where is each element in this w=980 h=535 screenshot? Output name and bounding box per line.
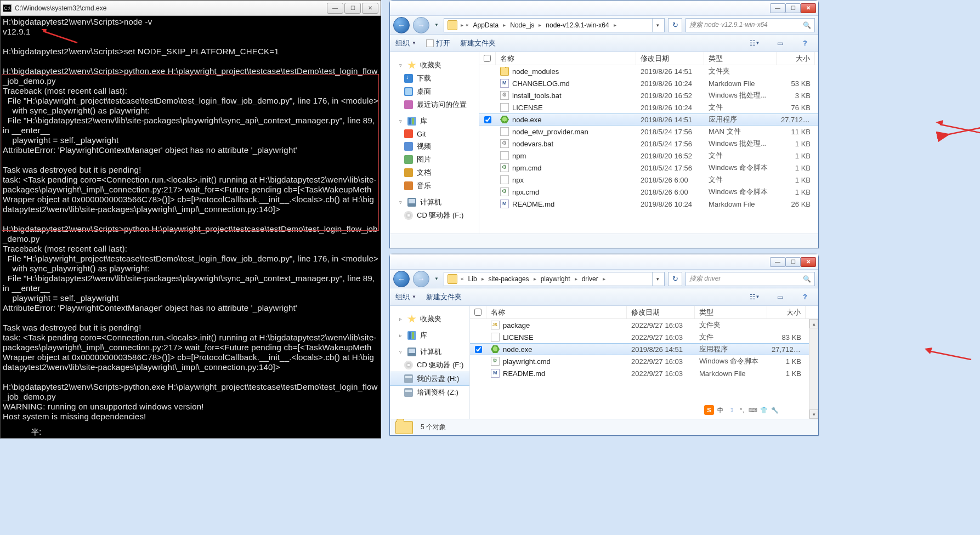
nav-computer[interactable]: ▿计算机 bbox=[390, 196, 479, 209]
file-row[interactable]: npm.cmd2018/5/24 17:56Windows 命令脚本1 KB bbox=[479, 162, 818, 174]
close-button[interactable]: ✕ bbox=[801, 3, 816, 13]
size-column-header[interactable]: 大小 bbox=[767, 306, 806, 318]
nav-history-dropdown[interactable]: ▼ bbox=[433, 18, 440, 33]
close-button[interactable]: ✕ bbox=[362, 3, 378, 14]
file-name-cell[interactable]: node.exe bbox=[496, 115, 636, 124]
collapse-icon[interactable]: ▿ bbox=[398, 200, 404, 206]
minimize-button[interactable]: — bbox=[327, 3, 343, 14]
nav-git[interactable]: Git bbox=[390, 128, 479, 140]
collapse-icon[interactable]: ▿ bbox=[398, 62, 404, 69]
checkbox-column[interactable] bbox=[479, 52, 496, 65]
file-row[interactable]: npm2019/8/20 16:52文件1 KB bbox=[479, 150, 818, 162]
nav-libraries[interactable]: ▿库 bbox=[390, 115, 479, 128]
file-name-cell[interactable]: npm.cmd bbox=[496, 163, 636, 172]
ime-person-icon[interactable]: 👕 bbox=[759, 405, 769, 415]
file-name-cell[interactable]: LICENSE bbox=[486, 333, 627, 342]
nav-pictures[interactable]: 图片 bbox=[390, 153, 479, 166]
file-row[interactable]: npx.cmd2018/5/26 6:00Windows 命令脚本1 KB bbox=[479, 186, 818, 198]
file-row[interactable]: README.md2022/9/27 16:03Markdown File1 K… bbox=[470, 367, 809, 379]
nav-documents[interactable]: 文档 bbox=[390, 166, 479, 179]
view-options-button[interactable]: ☷ ▼ bbox=[747, 291, 762, 303]
cmd-output[interactable]: H:\bigdatapytest2\wenv\Scripts>node -v v… bbox=[1, 16, 381, 438]
file-name-cell[interactable]: npm bbox=[496, 151, 636, 160]
breadcrumb-item[interactable]: driver bbox=[579, 272, 602, 286]
file-name-cell[interactable]: README.md bbox=[496, 200, 636, 208]
type-column-header[interactable]: 类型 bbox=[704, 52, 777, 65]
file-row[interactable]: node.exe2019/8/26 14:51应用程序27,712 KB bbox=[470, 343, 809, 355]
chevron-right-icon[interactable]: « bbox=[460, 276, 465, 282]
refresh-button[interactable]: ↻ bbox=[668, 18, 682, 32]
ime-lang-icon[interactable]: 中 bbox=[715, 405, 725, 415]
preview-pane-button[interactable]: ▭ bbox=[772, 291, 788, 303]
row-checkbox[interactable] bbox=[475, 346, 482, 353]
row-checkbox[interactable] bbox=[484, 116, 491, 123]
close-button[interactable]: ✕ bbox=[801, 257, 816, 267]
explorer2-titlebar[interactable]: — ☐ ✕ bbox=[390, 254, 818, 270]
file-name-cell[interactable]: node_etw_provider.man bbox=[496, 127, 636, 136]
file-rows-container[interactable]: package2022/9/27 16:03文件夹LICENSE2022/9/2… bbox=[470, 319, 809, 419]
scroll-up-button[interactable]: ▴ bbox=[809, 319, 818, 328]
file-row[interactable]: CHANGELOG.md2019/8/26 10:24Markdown File… bbox=[479, 77, 818, 89]
file-row[interactable]: npx2018/5/26 6:00文件1 KB bbox=[479, 174, 818, 186]
search-input[interactable]: 搜索 driver🔍 bbox=[686, 272, 815, 286]
size-column-header[interactable]: 大小 bbox=[777, 52, 815, 65]
file-name-cell[interactable]: node.exe bbox=[486, 345, 627, 354]
breadcrumb[interactable]: « Lib▸ site-packages▸ playwright▸ driver… bbox=[444, 272, 665, 286]
file-name-cell[interactable]: CHANGELOG.md bbox=[496, 79, 636, 88]
breadcrumb-item[interactable]: Lib bbox=[465, 272, 480, 286]
view-options-button[interactable]: ☷ ▼ bbox=[747, 37, 762, 49]
date-column-header[interactable]: 修改日期 bbox=[627, 306, 695, 318]
file-row[interactable]: nodevars.bat2018/5/24 17:56Windows 批处理..… bbox=[479, 138, 818, 150]
nav-cd-drive[interactable]: CD 驱动器 (F:) bbox=[390, 209, 479, 222]
maximize-button[interactable]: ☐ bbox=[785, 3, 801, 13]
nav-computer[interactable]: ▿计算机 bbox=[390, 345, 469, 358]
nav-recent[interactable]: 最近访问的位置 bbox=[390, 98, 479, 111]
open-button[interactable]: 打开 bbox=[426, 38, 450, 48]
minimize-button[interactable]: — bbox=[770, 257, 785, 267]
file-name-cell[interactable]: README.md bbox=[486, 369, 627, 378]
expand-icon[interactable]: ▹ bbox=[398, 333, 404, 339]
nav-music[interactable]: 音乐 bbox=[390, 179, 479, 192]
nav-favorites[interactable]: ▿收藏夹 bbox=[390, 59, 479, 72]
forward-button[interactable]: → bbox=[413, 271, 429, 287]
row-checkbox-cell[interactable] bbox=[470, 346, 486, 353]
organize-button[interactable]: 组织▼ bbox=[395, 292, 416, 302]
file-row[interactable]: node_etw_provider.man2018/5/24 17:56MAN … bbox=[479, 126, 818, 138]
search-input[interactable]: 搜索 node-v12.9.1-win-x64🔍 bbox=[686, 18, 815, 32]
chevron-right-icon[interactable]: ▸ bbox=[460, 22, 464, 28]
scroll-down-button[interactable]: ▾ bbox=[809, 409, 818, 419]
new-folder-button[interactable]: 新建文件夹 bbox=[460, 38, 496, 48]
breadcrumb[interactable]: ▸ « AppData▸ Node_js▸ node-v12.9.1-win-x… bbox=[444, 18, 665, 32]
row-checkbox-cell[interactable] bbox=[479, 116, 496, 123]
organize-button[interactable]: 组织▼ bbox=[395, 38, 416, 48]
forward-button[interactable]: → bbox=[413, 17, 429, 33]
nav-videos[interactable]: 视频 bbox=[390, 140, 479, 153]
breadcrumb-dropdown[interactable]: ▾ bbox=[652, 19, 663, 32]
chevron-right-icon[interactable]: « bbox=[464, 22, 470, 28]
file-name-cell[interactable]: nodevars.bat bbox=[496, 139, 636, 148]
ime-sogou-icon[interactable]: S bbox=[704, 405, 714, 415]
collapse-icon[interactable]: ▿ bbox=[398, 349, 404, 355]
nav-my-disk[interactable]: 我的云盘 (H:) bbox=[390, 372, 469, 386]
cmd-titlebar[interactable]: C:\ C:\Windows\system32\cmd.exe — ☐ ✕ bbox=[1, 1, 381, 16]
file-rows-container[interactable]: node_modules2019/8/26 14:51文件夹CHANGELOG.… bbox=[479, 65, 818, 234]
name-column-header[interactable]: 名称 bbox=[486, 306, 627, 318]
breadcrumb-item[interactable]: AppData bbox=[470, 19, 502, 32]
breadcrumb-item[interactable]: playwright bbox=[537, 272, 574, 286]
ime-moon-icon[interactable]: ☽ bbox=[726, 405, 736, 415]
refresh-button[interactable]: ↻ bbox=[668, 272, 682, 286]
help-button[interactable]: ? bbox=[797, 37, 813, 49]
maximize-button[interactable]: ☐ bbox=[344, 3, 361, 14]
explorer1-titlebar[interactable]: — ☐ ✕ bbox=[390, 1, 818, 16]
file-row[interactable]: LICENSE2022/9/27 16:03文件83 KB bbox=[470, 331, 809, 343]
checkbox-column[interactable] bbox=[470, 306, 486, 318]
file-name-cell[interactable]: package bbox=[486, 321, 627, 329]
scroll-track[interactable] bbox=[809, 328, 818, 409]
expand-icon[interactable]: ▹ bbox=[398, 316, 404, 322]
type-column-header[interactable]: 类型 bbox=[695, 306, 767, 318]
file-name-cell[interactable]: npx bbox=[496, 175, 636, 184]
file-row[interactable]: node.exe2019/8/26 14:51应用程序27,712 KB bbox=[479, 113, 818, 126]
back-button[interactable]: ← bbox=[393, 271, 410, 287]
breadcrumb-item[interactable]: site-packages bbox=[485, 272, 533, 286]
breadcrumb-dropdown[interactable]: ▾ bbox=[652, 272, 663, 286]
